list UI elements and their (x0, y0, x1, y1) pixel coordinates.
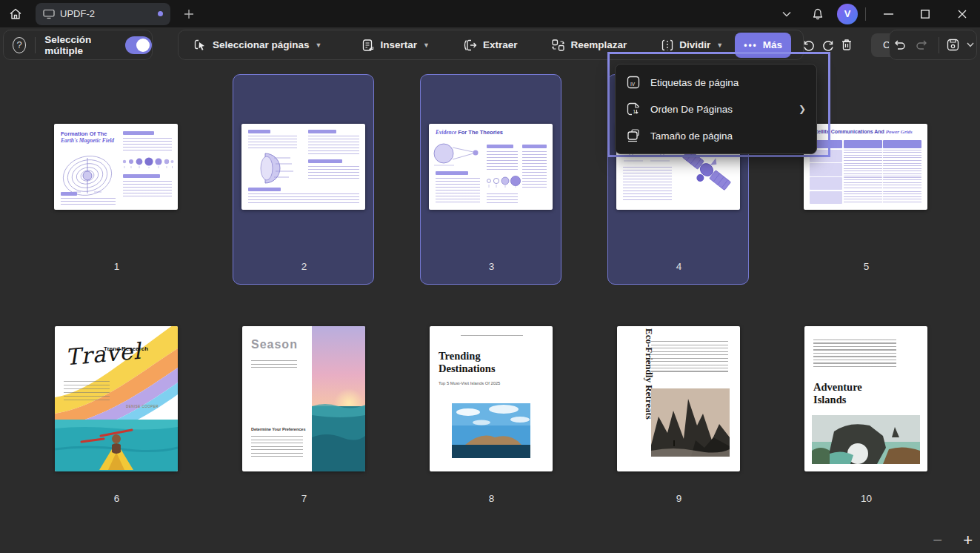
chevron-down-icon: ▼ (716, 42, 723, 49)
extract-icon (464, 39, 478, 52)
split-icon (661, 39, 674, 52)
question-icon: ? (17, 39, 22, 50)
help-button[interactable]: ? (13, 37, 26, 53)
submenu-chevron-icon: ❯ (799, 104, 806, 114)
page3-chip2 (487, 145, 513, 148)
page3-title: Evidence For The Theories (436, 129, 524, 136)
page3-chip1 (436, 171, 468, 175)
window-menu-button[interactable] (775, 3, 799, 25)
page1-section-chip (123, 131, 154, 135)
page-thumbnail-10[interactable]: Adventure Islands (804, 326, 927, 471)
page2-chip2 (308, 130, 336, 133)
menu-item-label: Etiquetas de página (650, 77, 739, 88)
zoom-out-button[interactable]: − (933, 531, 942, 550)
menu-item-page-labels[interactable]: IV Etiquetas de página (616, 69, 816, 96)
global-undo-button[interactable] (890, 33, 910, 58)
page-thumbnail-8[interactable]: Trending Destinations Top 5 Must-Visit I… (430, 326, 553, 471)
toggle-knob (136, 39, 150, 52)
page-thumbnail-2[interactable] (241, 124, 365, 210)
ellipsis-icon: ••• (744, 40, 758, 50)
page-labels-icon: IV (626, 75, 641, 90)
page-thumbnail-1[interactable]: Formation Of TheEarth's Magnetic Field (54, 124, 178, 210)
titlebar-separator (865, 7, 866, 21)
page-size-icon (626, 128, 641, 143)
menu-item-label: Orden De Páginas (650, 104, 733, 115)
page-thumbnail-3[interactable]: Evidence For The Theories (429, 124, 553, 210)
page4-lines (623, 167, 672, 202)
minimize-button[interactable] (873, 3, 903, 25)
page-number-5: 5 (796, 261, 937, 272)
page8-header-line (461, 335, 523, 338)
trash-icon (840, 38, 853, 52)
home-button[interactable] (4, 3, 27, 25)
more-label: Más (763, 39, 782, 50)
bell-icon (811, 7, 824, 21)
new-tab-button[interactable] (179, 4, 199, 24)
split-label: Dividir (679, 39, 710, 50)
select-pages-button[interactable]: Seleccionar páginas ▼ (184, 33, 330, 58)
page-number-2: 2 (233, 261, 375, 272)
menu-item-label: Tamaño de página (650, 130, 733, 142)
save-icon (946, 38, 960, 52)
menu-item-page-size[interactable]: Tamaño de página (616, 122, 816, 149)
toolbar-left-group: ? Selección múltiple (3, 30, 153, 60)
chevron-down-icon (967, 42, 974, 47)
insert-button[interactable]: Insertar ▼ (353, 33, 438, 58)
redo-icon (916, 39, 929, 51)
global-redo-button[interactable] (913, 33, 933, 58)
page-number-1: 1 (46, 261, 187, 272)
page2-chip1 (248, 130, 270, 133)
multi-select-label: Selección múltiple (44, 34, 116, 56)
extract-label: Extraer (483, 39, 518, 50)
multi-select-toggle[interactable] (125, 36, 152, 54)
document-tab[interactable]: UPDF-2 (36, 3, 170, 25)
save-button[interactable] (944, 33, 961, 58)
page1-text-lines (123, 138, 172, 151)
menu-item-page-order[interactable]: 1 Orden De Páginas ❯ (616, 96, 816, 122)
extract-button[interactable]: Extraer (455, 33, 527, 58)
chevron-down-icon: ▼ (316, 42, 322, 49)
page8-photo (452, 403, 530, 458)
page1-text-lines2 (123, 181, 172, 197)
page3-lines4 (522, 151, 547, 190)
page-number-10: 10 (796, 493, 937, 504)
page6-lines (64, 381, 110, 402)
insert-label: Insertar (380, 39, 417, 50)
page3-chip3 (522, 145, 547, 148)
page2-chip3 (308, 159, 342, 163)
page1-title: Formation Of TheEarth's Magnetic Field (61, 130, 119, 145)
page9-lines (651, 341, 728, 372)
page-thumbnail-9[interactable]: Eco-Friendly Retreats (617, 326, 740, 471)
page1-section-chip2 (123, 174, 160, 178)
avatar[interactable]: V (837, 4, 858, 24)
maximize-button[interactable] (910, 3, 940, 25)
tab-title: UPDF-2 (60, 8, 153, 19)
select-cursor-icon (193, 39, 207, 52)
more-dropdown-menu: IV Etiquetas de página 1 Orden De Página… (615, 64, 817, 154)
toolbar-right-group (889, 30, 977, 60)
page-order-icon: 1 (626, 102, 641, 116)
close-window-button[interactable] (947, 3, 977, 25)
unsaved-dot-icon (158, 11, 163, 16)
undo-icon (801, 39, 816, 52)
page-number-4: 4 (608, 261, 750, 272)
delete-button[interactable] (840, 33, 853, 58)
page10-lines (813, 340, 896, 369)
zoom-in-button[interactable]: + (963, 531, 973, 550)
page9-photo (651, 388, 730, 457)
page10-title: Adventure Islands (813, 381, 895, 407)
home-icon (8, 7, 23, 21)
page2-lines3 (308, 166, 359, 179)
save-options-button[interactable] (964, 33, 976, 58)
page2-lines1 (248, 136, 297, 150)
page3-lines3 (487, 193, 518, 204)
page-thumbnail-6[interactable]: Trend Research Travel DENISE COOPER (55, 326, 178, 471)
page1-footer-lines (61, 198, 116, 206)
separator (939, 37, 939, 53)
page6-photo (55, 420, 178, 471)
page-number-9: 9 (608, 493, 750, 504)
notifications-button[interactable] (806, 3, 830, 25)
light-cone-diagram (432, 140, 481, 170)
page-thumbnail-7[interactable]: Season Determine Your Preferences (242, 326, 365, 471)
replace-icon (551, 39, 565, 52)
